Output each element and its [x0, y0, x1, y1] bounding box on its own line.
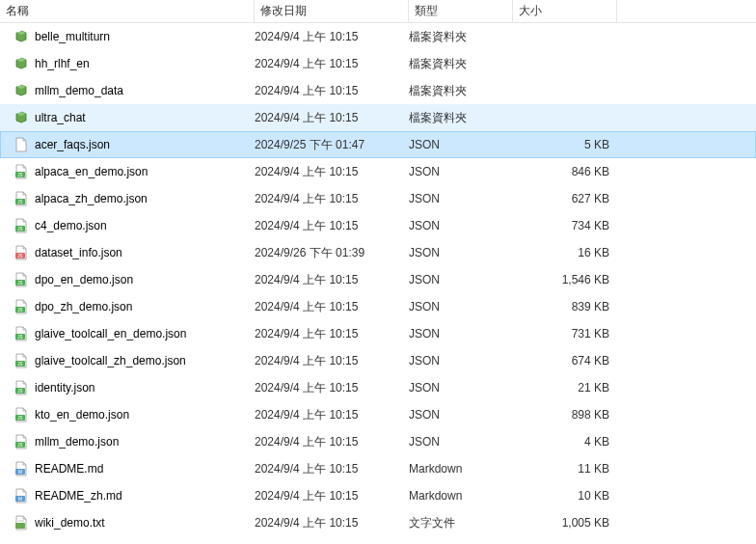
cell-date: 2024/9/4 上午 10:15 [255, 380, 409, 396]
file-icon: JS [14, 191, 29, 206]
file-row[interactable]: MREADME.md2024/9/4 上午 10:15Markdown11 KB [0, 455, 756, 482]
cell-type: JSON [409, 354, 513, 367]
svg-text:JS: JS [17, 362, 22, 367]
file-row[interactable]: JSdataset_info.json2024/9/26 下午 01:39JSO… [0, 239, 756, 266]
cell-name: JSdpo_zh_demo.json [14, 299, 255, 314]
file-icon: JS [14, 218, 29, 233]
file-icon: JS [14, 245, 29, 260]
cell-type: JSON [409, 408, 513, 422]
column-header-row: 名稱 修改日期 類型 大小 [0, 0, 756, 23]
cell-date: 2024/9/4 上午 10:15 [255, 326, 409, 342]
svg-text:JS: JS [17, 335, 22, 340]
cell-type: 檔案資料夾 [409, 83, 513, 99]
cell-size: 839 KB [513, 300, 617, 313]
file-row[interactable]: JSdpo_zh_demo.json2024/9/4 上午 10:15JSON8… [0, 293, 756, 320]
file-row[interactable]: ultra_chat2024/9/4 上午 10:15檔案資料夾 [0, 104, 756, 131]
cell-type: 檔案資料夾 [409, 110, 513, 126]
cell-name: JSdpo_en_demo.json [14, 272, 255, 287]
cell-size: 627 KB [513, 192, 617, 205]
file-name-label: wiki_demo.txt [35, 516, 105, 530]
file-list: 名稱 修改日期 類型 大小 belle_multiturn2024/9/4 上午… [0, 0, 756, 536]
file-icon: JS [14, 380, 29, 395]
cell-date: 2024/9/4 上午 10:15 [255, 272, 409, 288]
svg-text:M: M [18, 469, 22, 475]
column-header-type[interactable]: 類型 [409, 0, 513, 22]
svg-text:JS: JS [17, 281, 22, 286]
cell-date: 2024/9/4 上午 10:15 [255, 83, 409, 99]
file-icon: M [14, 488, 29, 503]
file-row[interactable]: JSc4_demo.json2024/9/4 上午 10:15JSON734 K… [0, 212, 756, 239]
file-row[interactable]: hh_rlhf_en2024/9/4 上午 10:15檔案資料夾 [0, 50, 756, 77]
cell-name: acer_faqs.json [14, 137, 255, 152]
file-row[interactable]: acer_faqs.json2024/9/25 下午 01:47JSON5 KB [0, 131, 756, 158]
column-header-name[interactable]: 名稱 [0, 0, 255, 22]
cell-name: JSc4_demo.json [14, 218, 255, 233]
cell-name: JSglaive_toolcall_zh_demo.json [14, 353, 255, 368]
file-row[interactable]: JSidentity.json2024/9/4 上午 10:15JSON21 K… [0, 374, 756, 401]
file-row[interactable]: JSmllm_demo.json2024/9/4 上午 10:15JSON4 K… [0, 428, 756, 455]
file-name-label: ultra_chat [35, 111, 86, 124]
file-icon: JS [14, 272, 29, 287]
cell-size: 731 KB [513, 327, 617, 340]
cell-type: 文字文件 [409, 515, 513, 531]
file-name-label: acer_faqs.json [35, 138, 110, 151]
cell-type: JSON [409, 381, 513, 394]
file-name-label: glaive_toolcall_en_demo.json [35, 327, 186, 340]
folder-icon [14, 110, 29, 125]
cell-name: JSglaive_toolcall_en_demo.json [14, 326, 255, 341]
cell-name: wiki_demo.txt [14, 515, 255, 530]
file-icon: JS [14, 299, 29, 314]
cell-type: 檔案資料夾 [409, 29, 513, 45]
cell-name: JSdataset_info.json [14, 245, 255, 260]
file-name-label: belle_multiturn [35, 30, 110, 43]
cell-name: MREADME_zh.md [14, 488, 255, 503]
file-name-label: identity.json [35, 381, 94, 394]
column-header-size[interactable]: 大小 [513, 0, 617, 22]
cell-date: 2024/9/4 上午 10:15 [255, 461, 409, 477]
cell-name: MREADME.md [14, 461, 255, 476]
svg-text:JS: JS [17, 227, 22, 231]
file-row[interactable]: wiki_demo.txt2024/9/4 上午 10:15文字文件1,005 … [0, 509, 756, 536]
svg-rect-34 [15, 523, 25, 529]
cell-type: JSON [409, 165, 513, 178]
cell-date: 2024/9/4 上午 10:15 [255, 515, 409, 531]
cell-size: 4 KB [513, 435, 617, 449]
file-name-label: mllm_demo.json [35, 435, 119, 449]
cell-size: 21 KB [513, 381, 617, 394]
cell-size: 734 KB [513, 219, 617, 232]
file-icon [14, 515, 29, 530]
cell-size: 5 KB [513, 138, 617, 151]
column-header-date[interactable]: 修改日期 [255, 0, 409, 22]
file-name-label: alpaca_zh_demo.json [35, 192, 148, 205]
file-name-label: dpo_zh_demo.json [35, 300, 132, 313]
cell-type: JSON [409, 246, 513, 259]
file-row[interactable]: MREADME_zh.md2024/9/4 上午 10:15Markdown10… [0, 482, 756, 509]
cell-name: belle_multiturn [14, 29, 255, 44]
cell-size: 10 KB [513, 489, 617, 503]
cell-type: JSON [409, 327, 513, 340]
cell-name: mllm_demo_data [14, 83, 255, 98]
cell-name: JSmllm_demo.json [14, 434, 255, 449]
cell-date: 2024/9/4 上午 10:15 [255, 407, 409, 423]
file-row[interactable]: JSdpo_en_demo.json2024/9/4 上午 10:15JSON1… [0, 266, 756, 293]
file-row[interactable]: JSkto_en_demo.json2024/9/4 上午 10:15JSON8… [0, 401, 756, 428]
folder-icon [14, 83, 29, 98]
cell-date: 2024/9/4 上午 10:15 [255, 29, 409, 45]
cell-size: 11 KB [513, 462, 617, 476]
file-row[interactable]: JSglaive_toolcall_en_demo.json2024/9/4 上… [0, 320, 756, 347]
file-row[interactable]: JSalpaca_zh_demo.json2024/9/4 上午 10:15JS… [0, 185, 756, 212]
file-row[interactable]: mllm_demo_data2024/9/4 上午 10:15檔案資料夾 [0, 77, 756, 104]
file-icon: JS [14, 407, 29, 422]
svg-text:JS: JS [17, 173, 22, 177]
file-rows-container: belle_multiturn2024/9/4 上午 10:15檔案資料夾hh_… [0, 23, 756, 536]
file-row[interactable]: JSalpaca_en_demo.json2024/9/4 上午 10:15JS… [0, 158, 756, 185]
file-row[interactable]: JSglaive_toolcall_zh_demo.json2024/9/4 上… [0, 347, 756, 374]
cell-date: 2024/9/26 下午 01:39 [255, 245, 409, 261]
cell-date: 2024/9/4 上午 10:15 [255, 191, 409, 207]
svg-text:M: M [18, 496, 22, 502]
cell-date: 2024/9/4 上午 10:15 [255, 488, 409, 504]
cell-date: 2024/9/4 上午 10:15 [255, 434, 409, 450]
cell-type: JSON [409, 219, 513, 232]
file-row[interactable]: belle_multiturn2024/9/4 上午 10:15檔案資料夾 [0, 23, 756, 50]
file-icon [14, 137, 29, 152]
